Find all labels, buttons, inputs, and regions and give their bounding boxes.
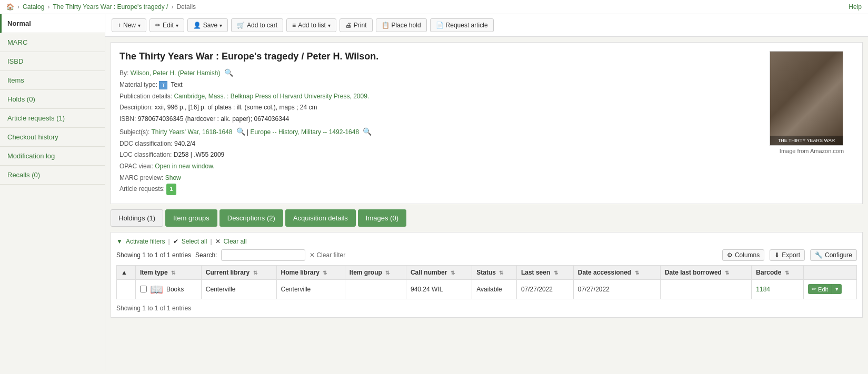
sort-icon-date-last-borrowed: ⇅ bbox=[725, 270, 729, 276]
book-title: The Thirty Years War : Europe's tragedy … bbox=[119, 51, 761, 62]
configure-button[interactable]: 🔧 Configure bbox=[810, 249, 857, 261]
tab-images[interactable]: Images (0) bbox=[358, 209, 406, 227]
ddc-row: DDC classification: 940.2/4 bbox=[119, 138, 761, 150]
sidebar-item-items[interactable]: Items bbox=[0, 71, 105, 90]
sidebar-item-article-requests[interactable]: Article requests (1) bbox=[0, 109, 105, 128]
author-search-icon[interactable]: 🔍 bbox=[224, 68, 233, 77]
wrench-icon: 🔧 bbox=[815, 251, 823, 259]
plus-icon: + bbox=[117, 22, 121, 29]
col-date-accessioned[interactable]: Date accessioned ⇅ bbox=[573, 265, 660, 279]
breadcrumb-home[interactable]: 🏠 bbox=[6, 3, 14, 11]
clear-all-link[interactable]: Clear all bbox=[224, 238, 247, 245]
activate-filters-link[interactable]: Activate filters bbox=[126, 238, 165, 245]
search-input[interactable] bbox=[221, 249, 305, 261]
subject2-search-icon[interactable]: 🔍 bbox=[363, 127, 372, 136]
opac-link[interactable]: Open in new window. bbox=[155, 163, 214, 170]
col-current-library[interactable]: Current library ⇅ bbox=[201, 265, 276, 279]
clear-x-icon: ✕ bbox=[310, 251, 315, 259]
col-call-number[interactable]: Call number ⇅ bbox=[406, 265, 472, 279]
hold-icon: 📋 bbox=[382, 22, 390, 29]
new-button[interactable]: + New ▾ bbox=[112, 18, 146, 32]
row-home-library: Centerville bbox=[276, 279, 345, 299]
row-edit-button[interactable]: ✏ Edit bbox=[808, 284, 832, 294]
tabs-row: Holdings (1) Item groups Descriptions (2… bbox=[111, 209, 863, 227]
tab-holdings[interactable]: Holdings (1) bbox=[111, 209, 163, 227]
subject1-search-icon[interactable]: 🔍 bbox=[236, 127, 245, 136]
select-all-link[interactable]: Select all bbox=[182, 238, 207, 245]
sort-icon-current-library: ⇅ bbox=[253, 270, 257, 276]
columns-button[interactable]: ⚙ Columns bbox=[722, 249, 764, 261]
row-sort-cell bbox=[117, 279, 136, 299]
marc-preview-row: MARC preview: Show bbox=[119, 173, 761, 184]
sidebar-item-isbd[interactable]: ISBD bbox=[0, 52, 105, 71]
subject2-link[interactable]: Europe -- History, Military -- 1492-1648 bbox=[251, 128, 360, 136]
sidebar-item-recalls[interactable]: Recalls (0) bbox=[0, 166, 105, 185]
add-to-cart-button[interactable]: 🛒 Add to cart bbox=[231, 18, 283, 32]
download-icon: ⬇ bbox=[774, 251, 780, 259]
col-date-last-borrowed[interactable]: Date last borrowed ⇅ bbox=[660, 265, 751, 279]
col-barcode[interactable]: Barcode ⇅ bbox=[752, 265, 804, 279]
col-item-type-label: Item type bbox=[140, 269, 168, 276]
row-edit-dropdown-button[interactable]: ▾ bbox=[832, 284, 842, 294]
description-label: Description: bbox=[119, 104, 153, 111]
row-actions: ✏ Edit ▾ bbox=[804, 279, 857, 299]
edit-caret-icon: ▾ bbox=[835, 286, 839, 292]
tab-descriptions[interactable]: Descriptions (2) bbox=[220, 209, 283, 227]
gear-icon: ⚙ bbox=[727, 251, 733, 259]
table-body: 📖 Books Centerville Centerville 940.24 W… bbox=[117, 279, 857, 299]
sidebar-item-marc[interactable]: MARC bbox=[0, 33, 105, 52]
sidebar-item-normal[interactable]: Normal bbox=[0, 14, 105, 33]
clear-filter-label: Clear filter bbox=[316, 251, 345, 259]
marc-preview-link[interactable]: Show bbox=[165, 174, 181, 181]
sidebar-item-modification-log[interactable]: Modification log bbox=[0, 147, 105, 166]
pencil-icon: ✏ bbox=[155, 22, 161, 29]
barcode-link[interactable]: 1184 bbox=[756, 286, 770, 293]
x-icon: ✕ bbox=[215, 238, 221, 245]
col-item-group[interactable]: Item group ⇅ bbox=[345, 265, 406, 279]
tab-item-groups[interactable]: Item groups bbox=[165, 209, 217, 227]
article-icon: 📄 bbox=[436, 22, 444, 29]
table-controls-right: ⚙ Columns ⬇ Export 🔧 Configure bbox=[722, 249, 857, 261]
sort-icon-last-seen: ⇅ bbox=[554, 270, 558, 276]
publication-value[interactable]: Cambridge, Mass. : Belknap Press of Harv… bbox=[174, 93, 369, 100]
row-checkbox-cell: 📖 Books bbox=[135, 279, 201, 299]
description-row: Description: xxii, 996 p., [16] p. of pl… bbox=[119, 102, 761, 114]
sidebar-item-holds[interactable]: Holds (0) bbox=[0, 90, 105, 109]
breadcrumb-details: Details bbox=[176, 3, 196, 11]
checkmark-icon: ✔ bbox=[173, 238, 178, 245]
edit-button[interactable]: ✏ Edit ▾ bbox=[149, 18, 184, 32]
edit-label: Edit bbox=[818, 286, 828, 292]
author-link[interactable]: Wilson, Peter H. (Peter Hamish) bbox=[131, 69, 221, 77]
col-item-type[interactable]: Item type ⇅ bbox=[135, 265, 201, 279]
table-controls: Showing 1 to 1 of 1 entries Search: ✕ Cl… bbox=[116, 249, 857, 261]
breadcrumb-catalog[interactable]: Catalog bbox=[23, 3, 44, 11]
sort-icon-home-library: ⇅ bbox=[323, 270, 327, 276]
request-article-button[interactable]: 📄 Request article bbox=[430, 18, 494, 32]
subject1-link[interactable]: Thirty Years' War, 1618-1648 bbox=[151, 128, 232, 136]
col-date-last-borrowed-label: Date last borrowed bbox=[665, 269, 722, 276]
sort-icon-barcode: ⇅ bbox=[785, 270, 789, 276]
col-home-library[interactable]: Home library ⇅ bbox=[276, 265, 345, 279]
export-button[interactable]: ⬇ Export bbox=[770, 249, 805, 261]
help-link[interactable]: Help bbox=[849, 3, 862, 11]
filters-row: ▼ Activate filters | ✔ Select all | ✕ Cl… bbox=[116, 238, 857, 245]
clear-filter-button[interactable]: ✕ Clear filter bbox=[310, 251, 345, 259]
col-last-seen[interactable]: Last seen ⇅ bbox=[516, 265, 573, 279]
sidebar-item-checkout-history[interactable]: Checkout history bbox=[0, 128, 105, 147]
save-icon: 👤 bbox=[193, 22, 201, 29]
col-status-label: Status bbox=[476, 269, 496, 276]
pipe2: | bbox=[210, 238, 212, 245]
tab-acquisition-details[interactable]: Acquisition details bbox=[285, 209, 356, 227]
row-checkbox[interactable] bbox=[140, 286, 147, 292]
book-icon-small: 📖 bbox=[150, 283, 163, 296]
breadcrumb-book[interactable]: The Thirty Years War : Europe's tragedy … bbox=[53, 3, 168, 11]
filter-icon: ▼ bbox=[116, 238, 123, 245]
cover-title-text: THE THIRTY YEARS WAR bbox=[770, 136, 843, 145]
marc-preview-label: MARC preview: bbox=[119, 174, 163, 181]
print-button[interactable]: 🖨 Print bbox=[340, 18, 373, 32]
col-last-seen-label: Last seen bbox=[521, 269, 550, 276]
place-hold-button[interactable]: 📋 Place hold bbox=[376, 18, 427, 32]
col-status[interactable]: Status ⇅ bbox=[472, 265, 517, 279]
save-button[interactable]: 👤 Save ▾ bbox=[187, 18, 228, 32]
add-to-list-button[interactable]: ≡ Add to list ▾ bbox=[286, 18, 336, 32]
